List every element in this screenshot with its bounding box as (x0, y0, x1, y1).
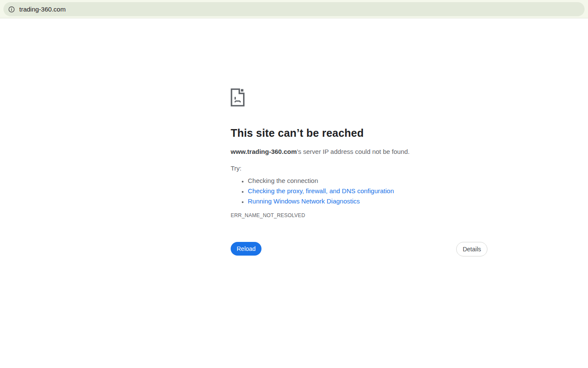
error-code: ERR_NAME_NOT_RESOLVED (231, 212, 305, 218)
suggestion-link-proxy-dns[interactable]: Checking the proxy, firewall, and DNS co… (248, 187, 394, 194)
error-message-rest: ’s server IP address could not be found. (297, 148, 410, 155)
try-section: Try: Checking the connection Checking th… (231, 165, 394, 206)
suggestion-link-network-diagnostics[interactable]: Running Windows Network Diagnostics (248, 197, 360, 205)
buttons-row: Reload Details (231, 242, 487, 256)
suggestion-item: Checking the proxy, firewall, and DNS co… (248, 186, 394, 196)
reload-button[interactable]: Reload (231, 242, 261, 256)
suggestion-list: Checking the connection Checking the pro… (231, 176, 394, 206)
suggestion-item: Checking the connection (248, 176, 394, 186)
details-button[interactable]: Details (456, 242, 487, 256)
try-label: Try: (231, 165, 394, 172)
error-page: This site can’t be reached www.trading-3… (231, 0, 487, 368)
suggestion-item: Running Windows Network Diagnostics (248, 196, 394, 206)
sad-file-icon (231, 88, 245, 106)
site-info-button[interactable] (6, 4, 17, 15)
suggestion-text: Checking the connection (248, 177, 318, 184)
page-title: This site can’t be reached (231, 127, 364, 139)
error-domain: www.trading-360.com (231, 148, 297, 155)
url-text: trading-360.com (19, 6, 65, 13)
error-message: www.trading-360.com’s server IP address … (231, 148, 410, 155)
info-icon (8, 6, 15, 13)
